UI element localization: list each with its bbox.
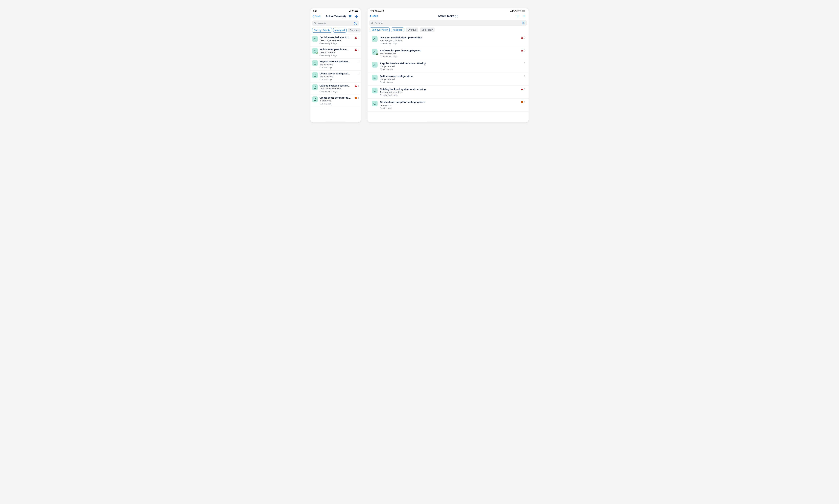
task-body: Decision needed about partnershipTask no…: [380, 36, 519, 45]
robot-arm-icon: [373, 76, 377, 79]
task-subtitle: Task not yet complete: [319, 39, 353, 41]
task-body: Define server configurationNot yet start…: [380, 75, 522, 84]
filter-chip[interactable]: Assigned: [333, 28, 347, 33]
task-subtitle: Not yet started: [319, 63, 356, 66]
scan-button[interactable]: [354, 22, 357, 25]
chevron-left-icon: [369, 15, 371, 17]
task-body: Create demo script for testing systemIn …: [380, 101, 519, 109]
robot-arm-icon: [313, 61, 317, 65]
task-row[interactable]: Decision needed about partnershipTask no…: [367, 34, 528, 47]
task-list: Decision needed about partn…Task not yet…: [311, 34, 361, 122]
filter-chip[interactable]: Overdue: [406, 28, 418, 32]
search-input[interactable]: [318, 22, 353, 25]
task-title: Create demo script for testin…: [319, 96, 351, 99]
filter-chip[interactable]: Overdue: [348, 28, 361, 33]
task-list: Decision needed about partnershipTask no…: [367, 34, 528, 122]
task-body: Catalog backend system is r…Task not yet…: [319, 84, 353, 93]
alert-icon: [355, 36, 357, 39]
add-button[interactable]: [523, 14, 526, 18]
plus-icon: [523, 15, 526, 18]
robot-arm-icon: [373, 63, 377, 66]
filter-icon: [349, 15, 352, 18]
chevron-right-icon: [358, 60, 360, 62]
chevron-right-icon: [358, 73, 360, 75]
wifi-icon: [352, 10, 354, 12]
signal-icon: [349, 11, 351, 12]
task-row[interactable]: Create demo script for testin…In progres…: [311, 95, 361, 107]
task-meta: Overdue by 2 days: [319, 91, 353, 93]
task-row[interactable]: Create demo script for testing systemIn …: [367, 98, 528, 111]
task-meta: Overdue by 2 days: [319, 54, 353, 57]
task-row[interactable]: Regular Service Maintenance - WeeklyNot …: [367, 60, 528, 73]
task-thumbnail: [372, 88, 378, 93]
task-row[interactable]: Estimate for part time emplo…Task is ove…: [311, 47, 361, 58]
task-row[interactable]: Define server configurationNot yet start…: [367, 73, 528, 86]
home-indicator: [326, 121, 346, 121]
task-trailing: [521, 101, 526, 103]
task-thumbnail: [312, 84, 318, 90]
robot-arm-icon: [313, 49, 317, 53]
robot-arm-icon: [373, 37, 377, 40]
filter-chip[interactable]: Sort by: Priority: [312, 28, 332, 33]
phone-mockup: 9:41 Back Active Tasks (6) Sort by: Prio…: [311, 8, 361, 122]
task-subtitle: Not yet started: [380, 65, 522, 68]
back-button[interactable]: Back: [369, 14, 379, 18]
filter-button[interactable]: [516, 14, 520, 18]
search-icon: [371, 22, 373, 24]
task-subtitle: In progress: [380, 104, 519, 106]
task-title: Define server configuration: [319, 72, 351, 75]
chevron-right-icon: [524, 37, 526, 39]
nav-bar: Back Active Tasks (6): [311, 13, 361, 20]
task-meta: Overdue by 2 days: [380, 94, 519, 96]
task-row[interactable]: Decision needed about partn…Task not yet…: [311, 34, 361, 47]
task-row[interactable]: Regular Service Maintenanc…Not yet start…: [311, 58, 361, 71]
robot-arm-icon: [373, 89, 377, 92]
task-thumbnail: [372, 62, 378, 68]
task-trailing: [355, 96, 360, 99]
task-thumbnail: [312, 96, 318, 102]
search-icon: [314, 22, 316, 25]
filter-chip[interactable]: Due Today: [420, 28, 435, 32]
add-button[interactable]: [355, 15, 358, 18]
task-title: Decision needed about partnership: [380, 36, 519, 39]
task-row[interactable]: Define server configurationNot yet start…: [311, 71, 361, 83]
task-row[interactable]: Estimate for part time employmentTask is…: [367, 47, 528, 60]
search-bar[interactable]: [369, 20, 527, 26]
alert-icon: [355, 49, 357, 51]
filter-chips: Sort by: PriorityAssignedOverdueDue Toda…: [311, 28, 361, 34]
filter-chip[interactable]: Assigned: [391, 28, 404, 32]
status-date: Mon Jun 3: [375, 10, 384, 12]
task-row[interactable]: Catalog backend system restructuringTask…: [367, 86, 528, 98]
robot-arm-icon: [313, 97, 317, 101]
task-row[interactable]: Catalog backend system is r…Task not yet…: [311, 83, 361, 95]
alert-icon: [521, 49, 523, 52]
robot-arm-icon: [313, 86, 317, 89]
task-title: Catalog backend system is r…: [319, 84, 351, 87]
chevron-left-icon: [312, 15, 314, 18]
alert-icon: [355, 97, 357, 99]
alert-icon: [521, 36, 523, 39]
alert-icon: [355, 85, 357, 87]
search-input[interactable]: [375, 22, 521, 24]
task-body: Decision needed about partn…Task not yet…: [319, 36, 353, 44]
task-body: Estimate for part time employmentTask is…: [380, 49, 519, 58]
task-body: Catalog backend system restructuringTask…: [380, 88, 519, 96]
status-bar: 9:41: [311, 8, 361, 13]
status-time: 9:41: [313, 10, 317, 13]
chevron-right-icon: [358, 85, 360, 87]
chevron-right-icon: [524, 50, 526, 52]
task-meta: Overdue by 2 days: [380, 55, 519, 58]
task-thumbnail: [372, 75, 378, 80]
page-title: Active Tasks (6): [367, 15, 528, 18]
filter-button[interactable]: [348, 15, 352, 18]
task-body: Regular Service Maintenanc…Not yet start…: [319, 60, 356, 69]
task-subtitle: In progress: [319, 100, 353, 102]
search-bar[interactable]: [312, 20, 359, 26]
chevron-right-icon: [524, 88, 526, 90]
task-trailing: [521, 49, 526, 52]
scan-button[interactable]: [522, 21, 525, 25]
task-trailing: [521, 36, 526, 39]
back-button[interactable]: Back: [312, 14, 321, 19]
filter-chip[interactable]: Sort by: Priority: [370, 28, 390, 32]
back-label: Back: [372, 15, 378, 18]
